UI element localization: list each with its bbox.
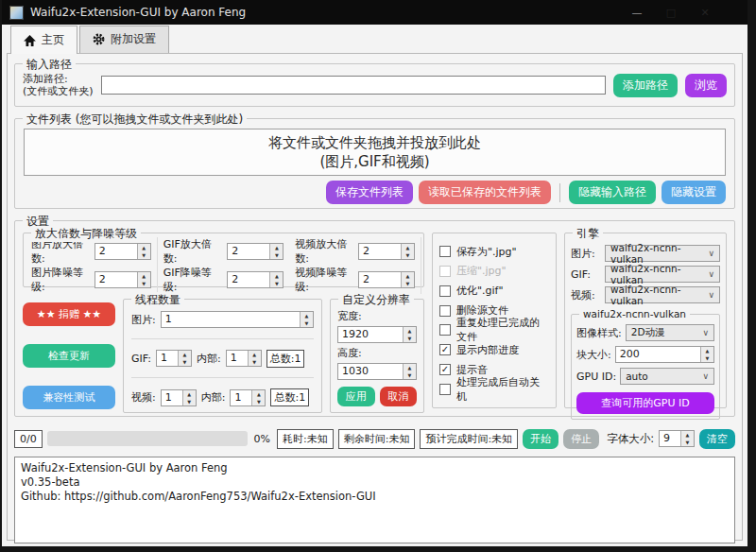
settings-group: 设置 放大倍数与降噪等级 图片放大倍数: 2 ▲▼ — [14, 220, 735, 417]
chevron-down-icon: ∨ — [704, 269, 714, 279]
image-style-dropdown[interactable]: 2D动漫 ∨ — [626, 324, 714, 341]
spinner-arrows[interactable]: ▲▼ — [269, 272, 283, 287]
button-divider — [559, 183, 560, 202]
add-path-button[interactable]: 添加路径 — [613, 74, 678, 97]
checkbox-label: 优化".gif" — [456, 284, 504, 298]
spinner-arrows[interactable]: ▲▼ — [403, 327, 416, 342]
checkbox-box[interactable]: ✓ — [439, 285, 451, 297]
checkbox-box[interactable]: ✓ — [439, 324, 451, 336]
tab-home[interactable]: 主页 — [10, 26, 77, 54]
close-icon[interactable]: ✕ — [698, 7, 712, 19]
threads-video-spinner[interactable]: 1 ▲▼ — [161, 389, 197, 406]
log-line: v0.35-beta — [21, 475, 729, 490]
threads-video-internal-spinner[interactable]: 1 ▲▼ — [230, 389, 266, 406]
hide-input-path-button[interactable]: 隐藏输入路径 — [569, 181, 656, 204]
spinner-arrows[interactable]: ▲▼ — [269, 244, 283, 259]
remaining-time: 剩余时间:未知 — [338, 429, 416, 449]
gif-scale-spinner[interactable]: 2 ▲▼ — [227, 243, 284, 260]
eta-time: 预计完成时间:未知 — [420, 429, 518, 449]
spinner-arrows[interactable]: ▲▼ — [403, 364, 416, 379]
checkbox-box[interactable]: ✓ — [439, 305, 451, 317]
spinner-arrows[interactable]: ▲▼ — [137, 272, 150, 287]
tab-extra-settings[interactable]: 附加设置 — [79, 26, 169, 53]
threads-gif-internal-label: 内部: — [197, 352, 221, 366]
browse-button[interactable]: 浏览 — [685, 74, 727, 97]
load-file-list-button[interactable]: 读取已保存的文件列表 — [419, 181, 551, 204]
chevron-down-icon: ∨ — [698, 371, 709, 381]
image-denoise-field: 图片降噪等级: 2 ▲▼ — [26, 266, 158, 294]
check-update-button[interactable]: 检查更新 — [23, 344, 115, 368]
font-size-label: 字体大小: — [607, 432, 654, 446]
spinner-arrows[interactable]: ▲▼ — [300, 312, 313, 327]
tile-size-spinner[interactable]: 200 ▲▼ — [615, 346, 714, 363]
tab-bar: 主页 附加设置 — [2, 25, 747, 53]
spinner-arrows[interactable]: ▲▼ — [178, 351, 191, 366]
checkbox-box[interactable]: ✓ — [439, 364, 451, 375]
row-divider — [131, 338, 314, 339]
checkbox-show-internal-progress[interactable]: ✓ 显示内部进度 — [439, 340, 549, 359]
cancel-resolution-button[interactable]: 取消 — [380, 387, 418, 406]
path-input[interactable] — [101, 76, 606, 95]
checkbox-reprocess-finished[interactable]: ✓ 重复处理已完成的文件 — [439, 320, 549, 339]
checkbox-shutdown-when-done[interactable]: ✓ 处理完成后自动关机 — [439, 380, 549, 399]
gpu-id-dropdown[interactable]: auto ∨ — [620, 368, 714, 385]
add-path-label: 添加路径: (文件或文件夹) — [23, 73, 94, 97]
save-file-list-button[interactable]: 保存文件列表 — [326, 181, 413, 204]
maximize-icon[interactable]: □ — [664, 7, 678, 19]
clear-button[interactable]: 清空 — [699, 429, 735, 449]
hide-settings-button[interactable]: 隐藏设置 — [662, 181, 726, 204]
chevron-down-icon: ∨ — [704, 290, 714, 300]
spinner-arrows[interactable]: ▲▼ — [401, 244, 414, 259]
threads-gif-internal-spinner[interactable]: 1 ▲▼ — [226, 350, 262, 367]
height-spinner[interactable]: 1030 ▲▼ — [337, 363, 417, 380]
threads-gif-spinner[interactable]: 1 ▲▼ — [156, 350, 192, 367]
file-list-group: 文件列表 (您可以拖拽文件或文件夹到此处) 将文件或文件夹拖拽并投放到此处 (图… — [14, 118, 735, 209]
scale-denoise-group-title: 放大倍数与降噪等级 — [31, 226, 141, 242]
image-denoise-spinner[interactable]: 2 ▲▼ — [94, 271, 151, 288]
video-denoise-field: 视频降噪等级: 2 ▲▼ — [289, 266, 421, 294]
gif-denoise-spinner[interactable]: 2 ▲▼ — [227, 271, 284, 288]
engine-gif-dropdown[interactable]: waifu2x-ncnn-vulkan ∨ — [605, 266, 720, 283]
threads-image-label: 图片: — [131, 313, 156, 327]
log-line: Github: https://github.com/AaronFeng753/… — [21, 490, 729, 504]
spinner-arrows[interactable]: ▲▼ — [251, 390, 265, 405]
start-button[interactable]: 开始 — [523, 429, 558, 449]
compatibility-test-button[interactable]: 兼容性测试 — [23, 386, 115, 409]
engine-video-dropdown[interactable]: waifu2x-ncnn-vulkan ∨ — [605, 286, 720, 303]
threads-image-spinner[interactable]: 1 ▲▼ — [161, 311, 314, 328]
window-title: Waifu2x-Extension-GUI by Aaron Feng — [30, 6, 246, 19]
checkbox-box[interactable]: ✓ — [439, 266, 451, 277]
spinner-arrows[interactable]: ▲▼ — [700, 347, 713, 362]
spinner-arrows[interactable]: ▲▼ — [137, 244, 150, 259]
threads-gif-label: GIF: — [131, 353, 151, 365]
spinner-arrows[interactable]: ▲▼ — [401, 272, 414, 287]
engine-video-label: 视频: — [571, 288, 601, 302]
checkbox-box[interactable]: ✓ — [439, 384, 451, 395]
video-denoise-spinner[interactable]: 2 ▲▼ — [358, 271, 415, 288]
checkbox-box[interactable]: ✓ — [439, 246, 451, 257]
log-output[interactable]: Waifu2x-Extension-GUI by Aaron Feng v0.3… — [14, 457, 735, 543]
drop-zone-text-line2: (图片,GIF和视频) — [319, 152, 429, 171]
query-gpu-id-button[interactable]: 查询可用的GPU ID — [576, 392, 714, 414]
image-scale-spinner[interactable]: 2 ▲▼ — [94, 243, 151, 260]
minimize-icon[interactable]: — — [630, 7, 644, 19]
checkbox-box[interactable]: ✓ — [439, 344, 451, 355]
chevron-down-icon: ∨ — [704, 249, 714, 258]
threads-video-internal-label: 内部: — [201, 390, 226, 405]
checkbox-compress-jpg[interactable]: ✓ 压缩".jpg" — [439, 262, 549, 281]
width-spinner[interactable]: 1920 ▲▼ — [337, 326, 417, 343]
threads-video-label: 视频: — [131, 390, 156, 405]
stop-button[interactable]: 停止 — [563, 429, 599, 449]
donate-button[interactable]: ★★ 捐赠 ★★ — [23, 302, 115, 326]
spinner-arrows[interactable]: ▲▼ — [248, 351, 261, 366]
home-icon — [24, 35, 36, 46]
checkbox-optimize-gif[interactable]: ✓ 优化".gif" — [439, 282, 549, 301]
video-scale-spinner[interactable]: 2 ▲▼ — [358, 243, 415, 260]
spinner-arrows[interactable]: ▲▼ — [182, 390, 196, 405]
file-drop-zone[interactable]: 将文件或文件夹拖拽并投放到此处 (图片,GIF和视频) — [24, 129, 726, 176]
engine-image-dropdown[interactable]: waifu2x-ncnn-vulkan ∨ — [605, 245, 720, 262]
apply-resolution-button[interactable]: 应用 — [337, 387, 375, 406]
font-size-spinner[interactable]: 9 ▲▼ — [659, 430, 695, 447]
spinner-arrows[interactable]: ▲▼ — [680, 431, 694, 446]
checkbox-save-as-jpg[interactable]: ✓ 保存为".jpg" — [439, 242, 549, 261]
